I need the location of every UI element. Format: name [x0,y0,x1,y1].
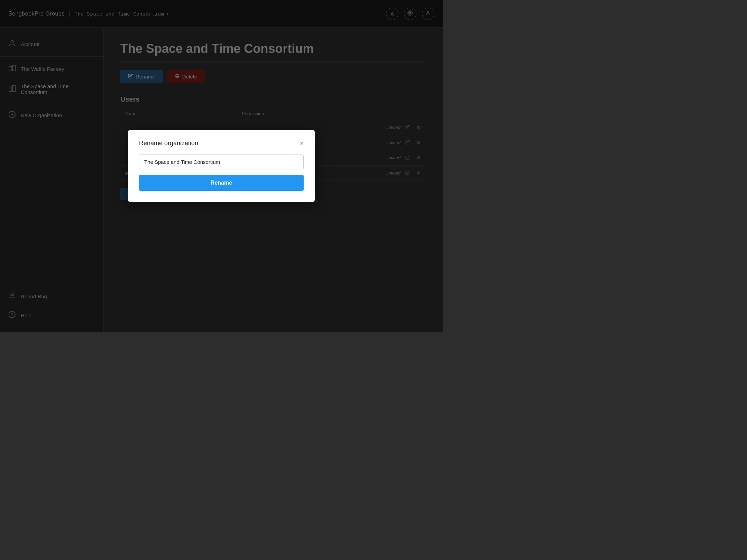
modal-close-button[interactable]: × [300,140,304,147]
modal-overlay[interactable]: Rename organization × Rename [0,0,443,332]
modal-title: Rename organization [139,140,198,147]
rename-input[interactable] [139,155,304,169]
modal-rename-button[interactable]: Rename [139,175,304,191]
rename-modal: Rename organization × Rename [128,130,315,202]
modal-header: Rename organization × [139,140,304,147]
